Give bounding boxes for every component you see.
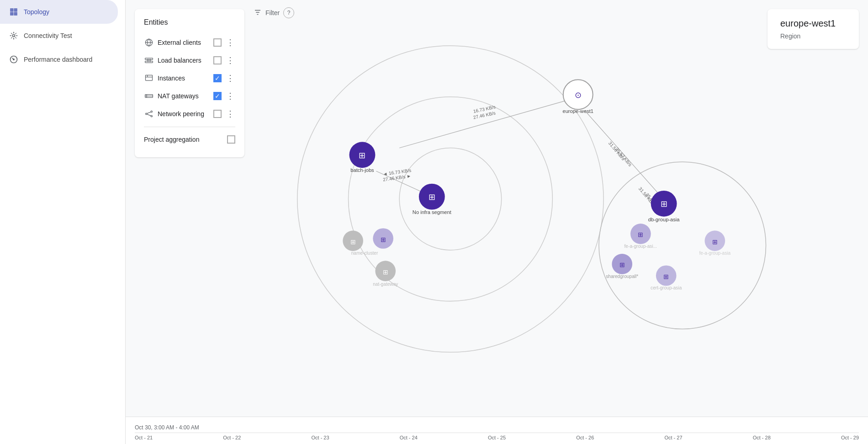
svg-point-23 bbox=[297, 46, 603, 352]
external-clients-checkbox[interactable] bbox=[213, 38, 222, 47]
svg-text:⊞: ⊞ bbox=[619, 261, 625, 268]
svg-text:fe-a-group-asi...: fe-a-group-asi... bbox=[625, 244, 657, 249]
region-name: europe-west1 bbox=[780, 18, 846, 29]
svg-text:⊞: ⊞ bbox=[638, 231, 643, 238]
svg-text:fe-a-group-asia: fe-a-group-asia bbox=[699, 251, 730, 256]
help-icon[interactable]: ? bbox=[283, 7, 294, 18]
divider bbox=[144, 127, 235, 127]
project-aggregation-checkbox[interactable] bbox=[227, 135, 235, 144]
svg-rect-9 bbox=[146, 75, 153, 80]
nat-gateways-label: NAT gateways bbox=[158, 92, 210, 100]
svg-text:name-cluster: name-cluster bbox=[351, 251, 378, 256]
sidebar-topology-label: Topology bbox=[24, 8, 49, 16]
svg-text:⊞: ⊞ bbox=[350, 238, 356, 246]
load-balancers-icon bbox=[144, 55, 154, 65]
svg-text:⊞: ⊞ bbox=[663, 273, 669, 280]
svg-text:europe-west1: europe-west1 bbox=[562, 108, 593, 114]
project-aggregation-label: Project aggregation bbox=[144, 136, 223, 143]
svg-text:sharedgroupall*: sharedgroupall* bbox=[606, 274, 638, 279]
load-balancers-menu[interactable]: ⋮ bbox=[225, 55, 235, 65]
timeline-axis: Oct - 21 Oct - 22 Oct - 23 Oct - 24 Oct … bbox=[135, 433, 859, 440]
svg-point-15 bbox=[146, 113, 147, 114]
external-clients-icon bbox=[144, 37, 154, 48]
entity-row-nat-gateways: NAT gateways ✓ ⋮ bbox=[144, 87, 235, 105]
svg-text:⊞: ⊞ bbox=[381, 236, 386, 243]
svg-text:cert-group-asia: cert-group-asia bbox=[651, 285, 682, 290]
sidebar-performance-label: Performance dashboard bbox=[24, 56, 92, 63]
external-clients-label: External clients bbox=[158, 39, 210, 46]
svg-text:35.57 KB/s: 35.57 KB/s bbox=[614, 147, 633, 167]
nat-gateways-icon bbox=[144, 91, 154, 101]
sidebar-item-performance[interactable]: Performance dashboard bbox=[0, 48, 118, 71]
tick-oct25: Oct - 25 bbox=[488, 435, 506, 440]
svg-text:nat-gateway: nat-gateway bbox=[373, 282, 398, 287]
sidebar-item-topology[interactable]: Topology bbox=[0, 0, 118, 24]
network-peering-label: Network peering bbox=[158, 110, 210, 118]
svg-line-19 bbox=[147, 114, 151, 116]
tick-oct29: Oct - 29 bbox=[841, 435, 859, 440]
instances-checkbox[interactable]: ✓ bbox=[213, 74, 222, 82]
svg-text:⊞: ⊞ bbox=[429, 192, 435, 202]
entity-row-network-peering: Network peering ⋮ bbox=[144, 105, 235, 123]
sidebar-item-connectivity[interactable]: Connectivity Test bbox=[0, 24, 118, 48]
nat-gateways-checkbox[interactable]: ✓ bbox=[213, 92, 222, 100]
filter-label[interactable]: Filter bbox=[265, 9, 280, 16]
svg-point-25 bbox=[399, 148, 501, 250]
tick-oct23: Oct - 23 bbox=[311, 435, 329, 440]
tick-oct26: Oct - 26 bbox=[576, 435, 594, 440]
tick-oct21: Oct - 21 bbox=[135, 435, 153, 440]
tick-oct27: Oct - 27 bbox=[664, 435, 682, 440]
network-peering-icon bbox=[144, 109, 154, 119]
entity-row-instances: Instances ✓ ⋮ bbox=[144, 70, 235, 87]
svg-point-0 bbox=[13, 35, 15, 37]
entities-title: Entities bbox=[144, 18, 235, 27]
svg-text:⊞: ⊞ bbox=[712, 238, 718, 246]
sidebar: Topology Connectivity Test Performance d… bbox=[0, 0, 126, 444]
external-clients-menu[interactable]: ⋮ bbox=[225, 37, 235, 48]
entity-row-external-clients: External clients ⋮ bbox=[144, 34, 235, 52]
svg-text:⊞: ⊞ bbox=[359, 150, 365, 160]
instances-label: Instances bbox=[158, 75, 210, 82]
grid-icon bbox=[9, 7, 18, 16]
svg-line-18 bbox=[147, 112, 151, 113]
performance-icon bbox=[9, 55, 18, 64]
svg-text:batch-jobs: batch-jobs bbox=[350, 167, 374, 173]
load-balancers-checkbox[interactable] bbox=[213, 56, 222, 64]
svg-text:No infra segment: No infra segment bbox=[413, 209, 452, 215]
region-label: Region bbox=[780, 32, 846, 40]
entity-row-load-balancers: Load balancers ⋮ bbox=[144, 52, 235, 70]
load-balancers-label: Load balancers bbox=[158, 57, 210, 64]
svg-point-2 bbox=[13, 59, 15, 60]
sidebar-connectivity-label: Connectivity Test bbox=[24, 32, 72, 39]
info-panel: europe-west1 Region bbox=[767, 9, 859, 49]
svg-text:⊙: ⊙ bbox=[575, 90, 582, 100]
svg-text:⊞: ⊞ bbox=[383, 268, 388, 276]
instances-menu[interactable]: ⋮ bbox=[225, 73, 235, 83]
tick-oct22: Oct - 22 bbox=[223, 435, 241, 440]
filter-icon bbox=[254, 8, 262, 18]
timeline-range: Oct 30, 3:00 AM - 4:00 AM bbox=[135, 424, 859, 431]
filter-bar: Filter ? bbox=[254, 7, 294, 18]
timeline: Oct 30, 3:00 AM - 4:00 AM Oct - 21 Oct -… bbox=[126, 417, 868, 444]
nat-gateways-menu[interactable]: ⋮ bbox=[225, 91, 235, 101]
connectivity-icon bbox=[9, 31, 18, 40]
entities-panel: Entities External clients ⋮ Load balance… bbox=[135, 9, 244, 157]
svg-text:db-group-asia: db-group-asia bbox=[648, 217, 680, 222]
network-peering-checkbox[interactable] bbox=[213, 110, 222, 118]
tick-oct24: Oct - 24 bbox=[400, 435, 418, 440]
svg-point-16 bbox=[151, 111, 152, 112]
main-content: Entities External clients ⋮ Load balance… bbox=[126, 0, 868, 444]
tick-oct28: Oct - 28 bbox=[753, 435, 771, 440]
project-aggregation-row: Project aggregation bbox=[144, 131, 235, 148]
svg-point-17 bbox=[151, 115, 152, 117]
svg-text:⊞: ⊞ bbox=[661, 199, 667, 209]
network-peering-menu[interactable]: ⋮ bbox=[225, 109, 235, 119]
instances-icon bbox=[144, 73, 154, 83]
